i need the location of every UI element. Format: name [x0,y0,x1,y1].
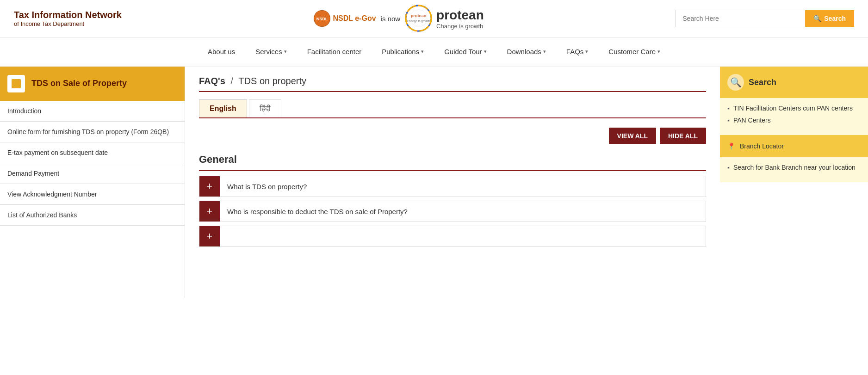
nav-label-downloads: Downloads [507,48,541,55]
nav-item-customer-care[interactable]: Customer Care ▾ [598,44,670,59]
site-title: Tax Information Network [14,10,122,20]
sidebar-item-banks[interactable]: List of Authorized Banks [0,205,185,226]
sidebar-header: TDS on Sale of Property [0,67,185,101]
search-button-label: Search [824,15,846,22]
faq-expand-3[interactable]: + [199,226,220,246]
view-all-button[interactable]: VIEW ALL [609,128,656,144]
sidebar-item-label-introduction: Introduction [7,107,41,115]
guided-tour-arrow-icon: ▾ [484,49,487,55]
breadcrumb: FAQ's / TDS on property [199,76,706,92]
faq-item-3: + [199,226,706,247]
svg-point-6 [410,10,427,27]
breadcrumb-current: TDS on property [238,76,306,86]
protean-text: protean Change is growth [436,8,484,30]
sidebar-item-label-acknowledgment: View Acknowledgment Number [7,191,97,198]
right-branch-header: 📍 Branch Locator [720,135,868,157]
right-branch-item-1-label: Search for Bank Branch near your locatio… [733,164,856,171]
sidebar-item-acknowledgment[interactable]: View Acknowledgment Number [0,184,185,205]
nav-item-about[interactable]: About us [198,44,245,59]
faq-question-3 [220,227,236,246]
svg-text:NSDL: NSDL [316,17,328,21]
left-sidebar: TDS on Sale of Property Introduction Onl… [0,67,185,298]
sidebar-item-introduction[interactable]: Introduction [0,101,185,122]
sidebar-item-label-online-form: Online form for furnishing TDS on proper… [7,128,169,135]
sidebar-item-label-etax: E-tax payment on subsequent date [7,149,108,156]
nav-label-facilitation: Facilitation center [307,48,362,55]
tab-english[interactable]: English [199,99,247,117]
faq-section-title: General [199,154,706,171]
nav-label-guided-tour: Guided Tour [444,48,482,55]
right-search-item-2-label: PAN Centers [733,117,771,124]
right-search-header: 🔍 Search [720,67,868,98]
svg-text:Change is growth: Change is growth [407,19,431,23]
faq-expand-1[interactable]: + [199,176,220,197]
nsdl-text: NSDL e-Gov [333,14,376,23]
nav-item-downloads[interactable]: Downloads ▾ [497,44,556,59]
nav-item-faqs[interactable]: FAQs ▾ [556,44,599,59]
right-search-box: 🔍 Search TIN Facilitation Centers cum PA… [720,67,868,135]
map-pin-icon: 📍 [727,142,735,150]
nsdl-icon: NSDL [314,10,330,27]
language-tabs: English हिंदी [199,99,706,118]
right-search-item-2[interactable]: PAN Centers [727,117,861,124]
downloads-arrow-icon: ▾ [543,49,546,55]
faq-item-1: + What is TDS on property? [199,176,706,197]
nav-item-services[interactable]: Services ▾ [245,44,297,59]
main-content: FAQ's / TDS on property English हिंदी VI… [185,67,720,298]
nav-item-facilitation[interactable]: Facilitation center [297,44,372,59]
is-now-text: is now [381,15,401,23]
nav-label-services: Services [255,48,282,55]
brand: Tax Information Network of Income Tax De… [14,10,122,27]
nav-label-customer-care: Customer Care [608,48,656,55]
sidebar-item-etax[interactable]: E-tax payment on subsequent date [0,142,185,163]
faq-expand-2[interactable]: + [199,201,220,221]
hide-all-button[interactable]: HIDE ALL [660,128,706,144]
search-icon: 🔍 [727,74,744,91]
tab-english-label: English [210,105,236,112]
right-search-item-1[interactable]: TIN Facilitation Centers cum PAN centers [727,105,861,112]
search-button[interactable]: 🔍 Search [805,10,854,27]
right-search-title: Search [749,78,776,87]
main-nav: About us Services ▾ Facilitation center … [0,37,868,67]
sidebar-item-label-demand: Demand Payment [7,170,59,177]
tab-hindi-label: हिंदी [260,105,271,112]
search-input[interactable] [676,10,805,27]
protean-tagline: Change is growth [436,23,484,30]
sidebar-item-online-form[interactable]: Online form for furnishing TDS on proper… [0,122,185,142]
right-search-body: TIN Facilitation Centers cum PAN centers… [720,98,868,135]
right-branch-item-1[interactable]: Search for Bank Branch near your locatio… [727,164,861,171]
publications-arrow-icon: ▾ [421,49,424,55]
logo-area: NSDL NSDL e-Gov is now protean Change is… [314,5,484,32]
breadcrumb-separator: / [231,76,234,86]
tab-hindi[interactable]: हिंदी [249,99,281,117]
breadcrumb-faq: FAQ's [199,76,225,86]
faqs-arrow-icon: ▾ [585,49,588,55]
nav-item-publications[interactable]: Publications ▾ [372,44,434,59]
faq-question-2: Who is responsible to deduct the TDS on … [220,202,415,221]
right-branch-body: Search for Bank Branch near your locatio… [720,157,868,182]
right-branch-title: Branch Locator [740,142,784,150]
svg-text:protean: protean [411,13,427,18]
right-search-item-1-label: TIN Facilitation Centers cum PAN centers [733,105,853,112]
sidebar-item-label-banks: List of Authorized Banks [7,211,77,219]
main-layout: TDS on Sale of Property Introduction Onl… [0,67,868,298]
nav-label-about: About us [208,48,235,55]
sidebar-item-demand[interactable]: Demand Payment [0,163,185,184]
faq-question-1: What is TDS on property? [220,177,314,196]
search-bar: 🔍 Search [676,10,854,27]
services-arrow-icon: ▾ [284,49,287,55]
header: Tax Information Network of Income Tax De… [0,0,868,37]
sidebar-icon-inner [12,79,21,88]
right-sidebar: 🔍 Search TIN Facilitation Centers cum PA… [720,67,868,298]
nav-label-publications: Publications [382,48,419,55]
nav-item-guided-tour[interactable]: Guided Tour ▾ [434,44,496,59]
right-branch-box: 📍 Branch Locator Search for Bank Branch … [720,135,868,182]
sidebar-header-icon [7,75,25,92]
faq-controls: VIEW ALL HIDE ALL [199,128,706,144]
protean-name: protean [436,8,484,23]
protean-logo: protean Change is growth protean Change … [405,5,484,32]
site-subtitle: of Income Tax Department [14,20,122,27]
search-button-icon: 🔍 [813,15,821,22]
customer-care-arrow-icon: ▾ [657,49,660,55]
view-all-label: VIEW ALL [617,132,648,140]
